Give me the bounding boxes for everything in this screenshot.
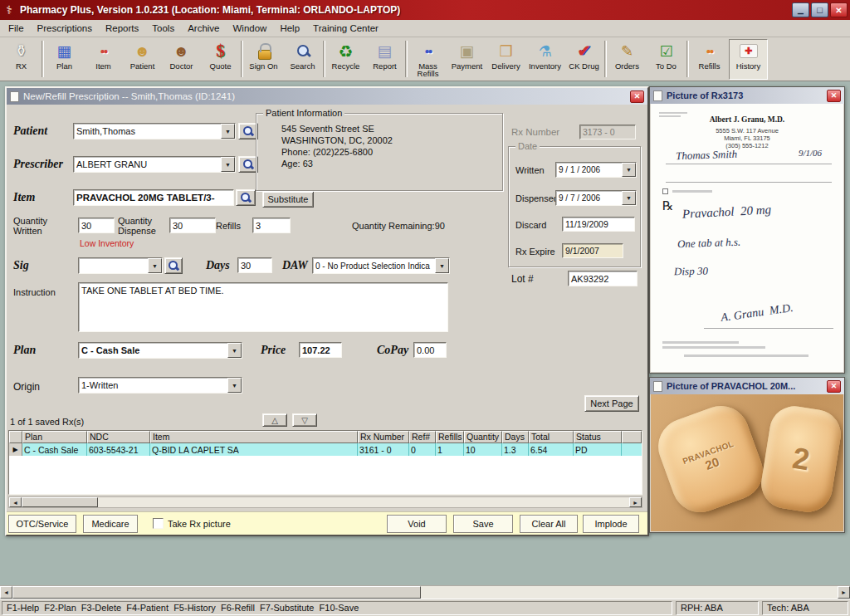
scroll-left-icon[interactable] [9,497,22,507]
lot-input[interactable]: AK93292 [568,271,638,286]
chevron-down-icon[interactable] [148,258,162,273]
menu-archive[interactable]: Archive [181,22,226,35]
minimize-button[interactable] [792,2,809,17]
saved-rx-row[interactable]: C - Cash Sale 603-5543-21 Q-BID LA CAPLE… [9,443,642,456]
dispensed-date-combobox[interactable]: 9 / 7 / 2006 [555,190,637,206]
otc-service-button[interactable]: OTC/Service [8,515,76,533]
sig-combobox[interactable] [78,257,163,274]
item-search-button[interactable] [236,189,256,206]
menu-window[interactable]: Window [227,22,274,35]
prescription-close-icon[interactable] [630,90,644,103]
written-label: Written [515,165,545,175]
copay-input[interactable]: 0.00 [413,342,447,358]
menu-file[interactable]: File [2,22,31,35]
menu-reports[interactable]: Reports [99,22,145,35]
toolbar-button-ck-drug[interactable]: CK Drug [564,39,603,80]
patient-combobox[interactable]: Smith,Thomas [73,123,236,139]
chevron-down-icon[interactable] [622,191,636,205]
toolbar-button-refills[interactable]: Refills [690,39,729,80]
menu-help[interactable]: Help [273,22,306,35]
substitute-button[interactable]: Substitute [262,191,314,208]
menu-training-center[interactable]: Training Center [306,22,385,35]
scroll-right-icon[interactable] [629,497,642,507]
plan-combobox[interactable]: C - Cash Sale [78,342,242,359]
toolbar-button-item[interactable]: Item [84,39,123,80]
scroll-left-icon[interactable] [0,586,12,599]
prescriber-combobox[interactable]: ALBERT GRANU [73,156,236,173]
scrollbar-thumb[interactable] [12,586,421,599]
days-input[interactable]: 30 [237,257,272,273]
toolbar-button-history[interactable]: History [729,39,768,80]
drug-picture-close-icon[interactable] [827,380,841,393]
maximize-button[interactable] [811,2,828,17]
item-input[interactable]: PRAVACHOL 20MG TABLET/3- [73,189,234,206]
toolbar-button-orders[interactable]: Orders [608,39,647,80]
implode-button[interactable]: Implode [583,515,639,533]
price-input[interactable]: 107.22 [299,342,342,358]
grid-header-ref[interactable]: Ref# [409,431,436,443]
patient-label: Patient [13,125,47,138]
cell-item: Q-BID LA CAPLET SA [150,443,358,456]
close-button[interactable] [830,2,848,17]
hotkey-help-text: F1-Help F2-Plan F3-Delete F4-Patient F5-… [2,601,672,615]
grid-header-days[interactable]: Days [502,431,529,443]
toolbar-button-delivery[interactable]: Delivery [486,39,525,80]
instruction-textarea[interactable]: TAKE ONE TABLET AT BED TIME. [78,282,448,332]
toolbar-button-rx[interactable]: RX [2,39,41,80]
grid-horizontal-scrollbar[interactable] [8,496,642,508]
scrollbar-track[interactable] [421,586,838,599]
quantity-dispense-input[interactable]: 30 [169,218,216,233]
toolbar-button-patient[interactable]: Patient [123,39,162,80]
toolbar-button-report[interactable]: Report [365,39,404,80]
refills-input[interactable]: 3 [252,218,291,233]
chevron-down-icon[interactable] [227,343,242,358]
toolbar-button-mass-refills[interactable]: Mass Refills [408,39,447,80]
payment-icon [448,41,486,62]
grid-header-rx-number[interactable]: Rx Number [358,431,409,443]
grid-header-status[interactable]: Status [574,431,622,443]
scroll-right-icon[interactable] [838,586,850,599]
toolbar-button-doctor[interactable]: Doctor [162,39,201,80]
grid-header-quantity[interactable]: Quantity [464,431,502,443]
scrollbar-thumb[interactable] [22,497,98,507]
toolbar-button-payment[interactable]: Payment [447,39,486,80]
void-button[interactable]: Void [387,515,447,533]
grid-header-plan[interactable]: Plan [22,431,87,443]
toolbar-button-inventory[interactable]: Inventory [525,39,564,80]
toolbar-button-search[interactable]: Search [283,39,322,80]
toolbar-button-plan[interactable]: Plan [45,39,84,80]
toolbar-button-recycle[interactable]: Recycle [326,39,365,80]
previous-rx-button[interactable] [262,413,287,427]
rx-expire-field: 9/1/2007 [562,243,623,258]
take-rx-picture-checkbox[interactable] [153,518,164,529]
grid-header-total[interactable]: Total [529,431,574,443]
chevron-down-icon[interactable] [435,258,449,273]
scrollbar-track[interactable] [98,497,629,507]
chevron-down-icon[interactable] [221,157,235,172]
grid-header-refills[interactable]: Refills [436,431,464,443]
menu-prescriptions[interactable]: Prescriptions [31,22,99,35]
toolbar-button-sign-on[interactable]: Sign On [244,39,283,80]
next-rx-button[interactable] [292,413,317,427]
written-date-combobox[interactable]: 9 / 1 / 2006 [555,162,637,178]
patient-info-title: Patient Information [263,108,344,118]
chevron-down-icon[interactable] [221,124,235,139]
discard-date-input[interactable]: 11/19/2009 [562,217,635,232]
grid-header-ndc[interactable]: NDC [87,431,150,443]
clear-all-button[interactable]: Clear All [520,515,578,533]
chevron-down-icon[interactable] [227,378,242,393]
toolbar-button-quote[interactable]: Quote [201,39,240,80]
save-button[interactable]: Save [453,515,513,533]
chevron-down-icon[interactable] [622,163,636,177]
rx-picture-close-icon[interactable] [827,90,841,102]
workspace-horizontal-scrollbar[interactable] [0,585,850,599]
sig-search-button[interactable] [164,257,183,274]
origin-combobox[interactable]: 1-Written [78,377,242,394]
quantity-written-input[interactable]: 30 [78,218,115,233]
grid-header-item[interactable]: Item [150,431,358,443]
daw-combobox[interactable]: 0 - No Product Selection Indica [312,257,450,274]
toolbar-button-to-do[interactable]: To Do [647,39,686,80]
medicare-button[interactable]: Medicare [83,515,138,533]
next-page-button[interactable]: Next Page [584,395,639,412]
menu-tools[interactable]: Tools [145,22,181,35]
